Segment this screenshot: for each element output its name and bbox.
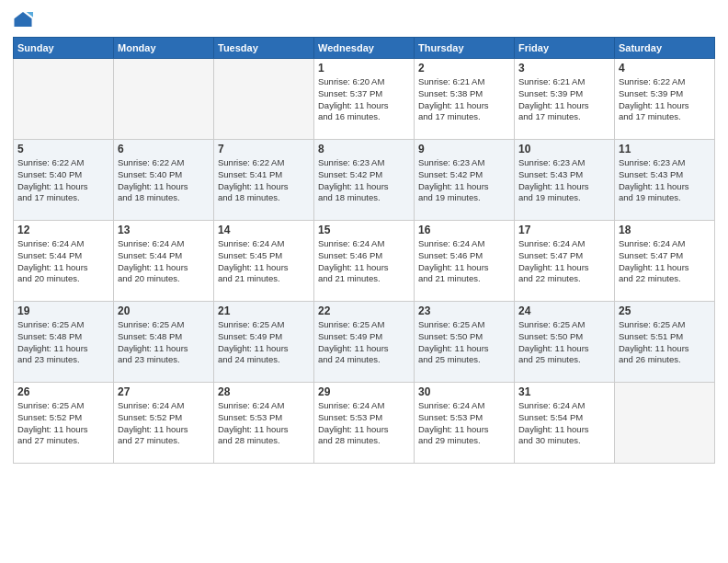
- day-info: Sunrise: 6:25 AM Sunset: 5:48 PM Dayligh…: [118, 319, 210, 366]
- day-number: 29: [318, 385, 410, 398]
- day-info: Sunrise: 6:24 AM Sunset: 5:46 PM Dayligh…: [418, 238, 510, 285]
- day-cell: 5Sunrise: 6:22 AM Sunset: 5:40 PM Daylig…: [14, 140, 114, 221]
- day-header-thursday: Thursday: [415, 38, 515, 59]
- day-info: Sunrise: 6:25 AM Sunset: 5:51 PM Dayligh…: [619, 319, 711, 366]
- day-cell: [14, 59, 114, 140]
- header-row: SundayMondayTuesdayWednesdayThursdayFrid…: [14, 38, 715, 59]
- day-cell: 18Sunrise: 6:24 AM Sunset: 5:47 PM Dayli…: [615, 221, 715, 302]
- calendar-body: 1Sunrise: 6:20 AM Sunset: 5:37 PM Daylig…: [14, 59, 715, 464]
- day-cell: 25Sunrise: 6:25 AM Sunset: 5:51 PM Dayli…: [615, 302, 715, 383]
- page: SundayMondayTuesdayWednesdayThursdayFrid…: [0, 0, 728, 563]
- day-cell: 10Sunrise: 6:23 AM Sunset: 5:43 PM Dayli…: [515, 140, 615, 221]
- day-cell: 24Sunrise: 6:25 AM Sunset: 5:50 PM Dayli…: [515, 302, 615, 383]
- calendar: SundayMondayTuesdayWednesdayThursdayFrid…: [13, 37, 715, 464]
- day-cell: 17Sunrise: 6:24 AM Sunset: 5:47 PM Dayli…: [515, 221, 615, 302]
- day-number: 1: [318, 62, 410, 75]
- day-info: Sunrise: 6:24 AM Sunset: 5:46 PM Dayligh…: [318, 238, 410, 285]
- day-number: 18: [619, 224, 711, 236]
- day-cell: [114, 59, 214, 140]
- day-cell: 29Sunrise: 6:24 AM Sunset: 5:53 PM Dayli…: [314, 383, 415, 464]
- day-number: 12: [17, 224, 109, 236]
- day-cell: 3Sunrise: 6:21 AM Sunset: 5:39 PM Daylig…: [515, 59, 615, 140]
- day-info: Sunrise: 6:23 AM Sunset: 5:42 PM Dayligh…: [418, 157, 510, 204]
- day-number: 14: [218, 224, 310, 236]
- day-info: Sunrise: 6:22 AM Sunset: 5:41 PM Dayligh…: [218, 157, 310, 204]
- day-info: Sunrise: 6:25 AM Sunset: 5:52 PM Dayligh…: [17, 400, 109, 447]
- day-info: Sunrise: 6:25 AM Sunset: 5:48 PM Dayligh…: [17, 319, 109, 366]
- day-info: Sunrise: 6:25 AM Sunset: 5:49 PM Dayligh…: [218, 319, 310, 366]
- day-number: 25: [619, 304, 711, 317]
- day-info: Sunrise: 6:24 AM Sunset: 5:53 PM Dayligh…: [218, 400, 310, 447]
- day-header-monday: Monday: [114, 38, 214, 59]
- day-cell: 4Sunrise: 6:22 AM Sunset: 5:39 PM Daylig…: [615, 59, 715, 140]
- day-info: Sunrise: 6:24 AM Sunset: 5:47 PM Dayligh…: [518, 238, 610, 285]
- day-number: 20: [118, 304, 210, 317]
- day-info: Sunrise: 6:25 AM Sunset: 5:50 PM Dayligh…: [518, 319, 610, 366]
- day-info: Sunrise: 6:22 AM Sunset: 5:40 PM Dayligh…: [118, 157, 210, 204]
- day-number: 28: [218, 385, 310, 398]
- day-number: 15: [318, 224, 410, 236]
- day-cell: 19Sunrise: 6:25 AM Sunset: 5:48 PM Dayli…: [14, 302, 114, 383]
- day-number: 11: [619, 143, 711, 155]
- day-number: 8: [318, 143, 410, 155]
- day-cell: 9Sunrise: 6:23 AM Sunset: 5:42 PM Daylig…: [415, 140, 515, 221]
- day-info: Sunrise: 6:21 AM Sunset: 5:39 PM Dayligh…: [518, 76, 610, 123]
- day-number: 17: [518, 224, 610, 236]
- day-number: 7: [218, 143, 310, 155]
- day-number: 16: [418, 224, 510, 236]
- day-header-sunday: Sunday: [14, 38, 114, 59]
- logo-icon: [13, 9, 33, 29]
- week-row-5: 26Sunrise: 6:25 AM Sunset: 5:52 PM Dayli…: [14, 383, 715, 464]
- week-row-4: 19Sunrise: 6:25 AM Sunset: 5:48 PM Dayli…: [14, 302, 715, 383]
- day-cell: 13Sunrise: 6:24 AM Sunset: 5:44 PM Dayli…: [114, 221, 214, 302]
- day-number: 9: [418, 143, 510, 155]
- day-info: Sunrise: 6:24 AM Sunset: 5:44 PM Dayligh…: [118, 238, 210, 285]
- day-number: 27: [118, 385, 210, 398]
- day-number: 4: [619, 62, 711, 75]
- day-header-saturday: Saturday: [615, 38, 715, 59]
- day-number: 5: [17, 143, 109, 155]
- day-header-tuesday: Tuesday: [214, 38, 314, 59]
- day-cell: 14Sunrise: 6:24 AM Sunset: 5:45 PM Dayli…: [214, 221, 314, 302]
- day-number: 6: [118, 143, 210, 155]
- day-info: Sunrise: 6:23 AM Sunset: 5:43 PM Dayligh…: [518, 157, 610, 204]
- day-number: 24: [518, 304, 610, 317]
- day-info: Sunrise: 6:23 AM Sunset: 5:42 PM Dayligh…: [318, 157, 410, 204]
- day-info: Sunrise: 6:24 AM Sunset: 5:53 PM Dayligh…: [318, 400, 410, 447]
- day-cell: 28Sunrise: 6:24 AM Sunset: 5:53 PM Dayli…: [214, 383, 314, 464]
- day-info: Sunrise: 6:20 AM Sunset: 5:37 PM Dayligh…: [318, 76, 410, 123]
- day-info: Sunrise: 6:25 AM Sunset: 5:49 PM Dayligh…: [318, 319, 410, 366]
- day-info: Sunrise: 6:21 AM Sunset: 5:38 PM Dayligh…: [418, 76, 510, 123]
- day-cell: [214, 59, 314, 140]
- day-cell: 23Sunrise: 6:25 AM Sunset: 5:50 PM Dayli…: [415, 302, 515, 383]
- logo: [13, 9, 37, 29]
- day-cell: 6Sunrise: 6:22 AM Sunset: 5:40 PM Daylig…: [114, 140, 214, 221]
- svg-marker-0: [14, 12, 31, 27]
- day-cell: [615, 383, 715, 464]
- calendar-header: SundayMondayTuesdayWednesdayThursdayFrid…: [14, 38, 715, 59]
- day-number: 10: [518, 143, 610, 155]
- day-number: 31: [518, 385, 610, 398]
- day-info: Sunrise: 6:23 AM Sunset: 5:43 PM Dayligh…: [619, 157, 711, 204]
- day-info: Sunrise: 6:24 AM Sunset: 5:54 PM Dayligh…: [518, 400, 610, 447]
- day-cell: 8Sunrise: 6:23 AM Sunset: 5:42 PM Daylig…: [314, 140, 415, 221]
- day-cell: 1Sunrise: 6:20 AM Sunset: 5:37 PM Daylig…: [314, 59, 415, 140]
- day-info: Sunrise: 6:25 AM Sunset: 5:50 PM Dayligh…: [418, 319, 510, 366]
- day-header-friday: Friday: [515, 38, 615, 59]
- header: [13, 9, 715, 29]
- day-header-wednesday: Wednesday: [314, 38, 415, 59]
- day-cell: 27Sunrise: 6:24 AM Sunset: 5:52 PM Dayli…: [114, 383, 214, 464]
- week-row-2: 5Sunrise: 6:22 AM Sunset: 5:40 PM Daylig…: [14, 140, 715, 221]
- day-number: 26: [17, 385, 109, 398]
- day-cell: 11Sunrise: 6:23 AM Sunset: 5:43 PM Dayli…: [615, 140, 715, 221]
- day-info: Sunrise: 6:24 AM Sunset: 5:52 PM Dayligh…: [118, 400, 210, 447]
- day-number: 13: [118, 224, 210, 236]
- day-cell: 20Sunrise: 6:25 AM Sunset: 5:48 PM Dayli…: [114, 302, 214, 383]
- day-cell: 2Sunrise: 6:21 AM Sunset: 5:38 PM Daylig…: [415, 59, 515, 140]
- day-cell: 30Sunrise: 6:24 AM Sunset: 5:53 PM Dayli…: [415, 383, 515, 464]
- week-row-3: 12Sunrise: 6:24 AM Sunset: 5:44 PM Dayli…: [14, 221, 715, 302]
- day-cell: 21Sunrise: 6:25 AM Sunset: 5:49 PM Dayli…: [214, 302, 314, 383]
- day-info: Sunrise: 6:22 AM Sunset: 5:40 PM Dayligh…: [17, 157, 109, 204]
- day-cell: 16Sunrise: 6:24 AM Sunset: 5:46 PM Dayli…: [415, 221, 515, 302]
- day-number: 23: [418, 304, 510, 317]
